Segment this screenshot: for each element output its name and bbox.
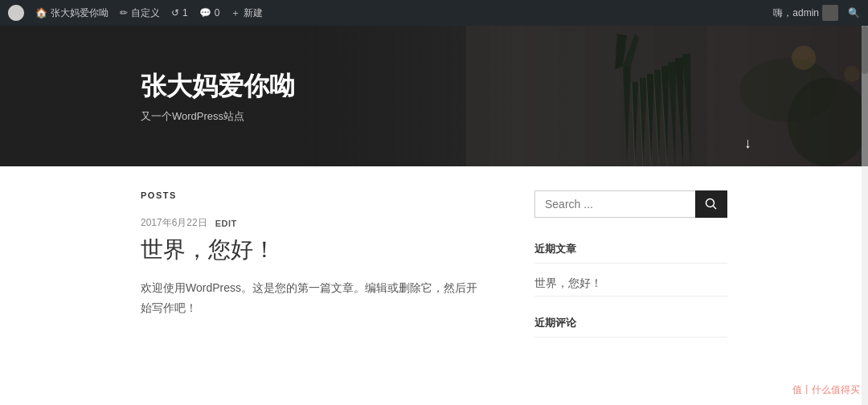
- recent-comments-widget: 近期评论: [534, 316, 727, 338]
- post-date: 2017年6月22日: [141, 216, 207, 230]
- post-title[interactable]: 世界，您好！: [141, 235, 486, 265]
- admin-bar-user[interactable]: 嗨，admin: [773, 5, 838, 21]
- plus-icon: ＋: [231, 6, 240, 20]
- avatar: [822, 5, 838, 21]
- post-article: 2017年6月22日 EDIT 世界，您好！ 欢迎使用WordPress。这是您…: [141, 216, 486, 318]
- svg-point-22: [706, 199, 714, 207]
- comments-icon: 💬: [199, 7, 211, 18]
- admin-bar: 🏠 张大妈爱你呦 ✏ 自定义 ↺ 1 💬 0 ＋ 新建 嗨，admin 🔍: [0, 0, 868, 26]
- header-overlay: [0, 26, 868, 166]
- site-tagline: 又一个WordPress站点: [141, 109, 295, 124]
- post-excerpt: 欢迎使用WordPress。这是您的第一篇文章。编辑或删除它，然后开始写作吧！: [141, 278, 486, 318]
- admin-bar-search[interactable]: 🔍: [848, 7, 860, 18]
- site-icon: 🏠: [35, 7, 47, 18]
- search-icon: [705, 198, 718, 211]
- posts-section-label: POSTS: [141, 190, 486, 200]
- post-edit-button[interactable]: EDIT: [215, 219, 237, 228]
- updates-icon: ↺: [171, 7, 179, 18]
- site-title: 张大妈爱你呦: [141, 69, 295, 104]
- admin-bar-right: 嗨，admin 🔍: [773, 5, 860, 21]
- search-widget: [534, 190, 727, 218]
- admin-bar-comments[interactable]: 💬 0: [199, 7, 220, 18]
- admin-bar-updates[interactable]: ↺ 1: [171, 7, 188, 18]
- pencil-icon: ✏: [120, 7, 128, 18]
- search-input[interactable]: [534, 190, 695, 218]
- recent-posts-title: 近期文章: [534, 242, 727, 264]
- admin-bar-wp-logo[interactable]: [8, 5, 24, 21]
- svg-line-23: [714, 207, 717, 210]
- admin-bar-site[interactable]: 🏠 张大妈爱你呦: [35, 6, 108, 20]
- admin-bar-customize[interactable]: ✏ 自定义: [120, 6, 160, 20]
- content-area: POSTS 2017年6月22日 EDIT 世界，您好！ 欢迎使用WordPre…: [141, 190, 486, 357]
- search-icon: 🔍: [848, 7, 860, 18]
- search-button[interactable]: [695, 190, 727, 218]
- post-meta: 2017年6月22日 EDIT: [141, 216, 486, 230]
- admin-bar-left: 🏠 张大妈爱你呦 ✏ 自定义 ↺ 1 💬 0 ＋ 新建: [8, 5, 773, 21]
- admin-bar-new[interactable]: ＋ 新建: [231, 6, 263, 20]
- recent-comments-title: 近期评论: [534, 316, 727, 338]
- main-content: POSTS 2017年6月22日 EDIT 世界，您好！ 欢迎使用WordPre…: [0, 166, 868, 381]
- header-content: 张大妈爱你呦 又一个WordPress站点: [141, 69, 295, 124]
- recent-post-link[interactable]: 世界，您好！: [534, 272, 727, 297]
- recent-posts-widget: 近期文章 世界，您好！: [534, 242, 727, 297]
- sidebar: 近期文章 世界，您好！ 近期评论: [534, 190, 727, 357]
- admin-bar-site-name: 张大妈爱你呦: [51, 6, 108, 20]
- site-header: 张大妈爱你呦 又一个WordPress站点 ↓: [0, 26, 868, 166]
- scroll-down-arrow[interactable]: ↓: [744, 135, 751, 152]
- user-label: 嗨，admin: [773, 6, 819, 20]
